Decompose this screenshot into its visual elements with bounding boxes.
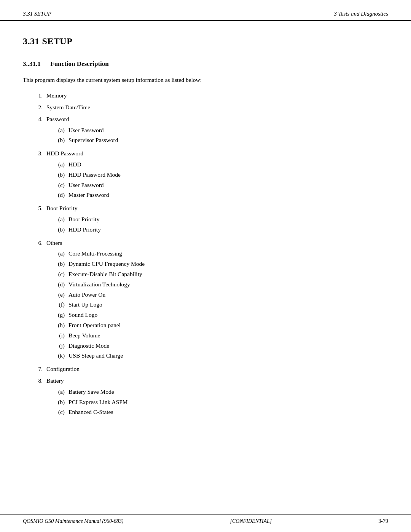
- list-number: 1.: [34, 91, 43, 101]
- list-item: 4.Password(a)User Password(b)Supervisor …: [34, 115, 388, 147]
- page-content: 3.31 SETUP 3..31.1 Function Description …: [0, 21, 411, 514]
- sub-alpha: (a): [58, 160, 65, 169]
- sub-list-item: (g)Sound Logo: [58, 310, 388, 320]
- page-container: 3.31 SETUP 3 Tests and Diagnostics 3.31 …: [0, 0, 411, 532]
- sub-alpha: (f): [58, 300, 65, 310]
- list-item-text: System Date/Time: [46, 104, 90, 110]
- sub-alpha: (b): [58, 259, 65, 269]
- sub-item-text: Auto Power On: [68, 290, 105, 300]
- sub-item-text: Master Password: [68, 190, 109, 200]
- sub-alpha: (a): [58, 249, 65, 259]
- sub-list-item: (b)PCI Express Link ASPM: [58, 398, 388, 407]
- sub-alpha: (j): [58, 341, 65, 351]
- sub-list: (a)User Password(b)Supervisor Password: [58, 126, 388, 145]
- sub-item-text: Diagnostic Mode: [68, 341, 109, 351]
- subsection-number: 3..31.1: [23, 60, 41, 67]
- sub-alpha: (d): [58, 280, 65, 289]
- list-item-content: Battery(a)Battery Save Mode(b)PCI Expres…: [46, 376, 388, 419]
- footer-center: [CONFIDENTIAL]: [230, 518, 272, 524]
- list-number: 7.: [34, 364, 43, 374]
- header-left: 3.31 SETUP: [23, 11, 51, 17]
- footer-left: QOSMIO G50 Maintenance Manual (960-683): [23, 518, 123, 524]
- sub-item-text: HDD Priority: [68, 225, 101, 235]
- list-number: 5.: [34, 204, 43, 236]
- sub-item-text: Battery Save Mode: [68, 387, 114, 397]
- list-item-text: Configuration: [46, 366, 80, 372]
- list-item: 3.HDD Password(a)HDD(b)HDD Password Mode…: [34, 149, 388, 201]
- list-item: 5.Boot Priority(a)Boot Priority(b)HDD Pr…: [34, 204, 388, 236]
- sub-item-text: Boot Priority: [68, 215, 99, 224]
- footer-right: 3-79: [378, 518, 388, 524]
- sub-alpha: (e): [58, 290, 65, 300]
- main-list: 1.Memory2.System Date/Time4.Password(a)U…: [34, 91, 388, 419]
- sub-list: (a)Battery Save Mode(b)PCI Express Link …: [58, 387, 388, 417]
- list-item: 2.System Date/Time: [34, 103, 388, 112]
- sub-list-item: (i)Beep Volume: [58, 331, 388, 340]
- sub-list: (a)Boot Priority(b)HDD Priority: [58, 215, 388, 235]
- list-item-text: Memory: [46, 92, 67, 99]
- intro-text: This program displays the current system…: [23, 75, 388, 84]
- list-number: 6.: [34, 238, 43, 363]
- list-item: 7.Configuration: [34, 364, 388, 374]
- sub-list-item: (f)Start Up Logo: [58, 300, 388, 310]
- sub-alpha: (i): [58, 331, 65, 340]
- list-item-content: Others(a)Core Multi-Processing(b)Dynamic…: [46, 238, 388, 363]
- sub-alpha: (k): [58, 351, 65, 361]
- sub-item-text: HDD Password Mode: [68, 170, 121, 180]
- sub-list: (a)HDD(b)HDD Password Mode(c)User Passwo…: [58, 160, 388, 200]
- sub-list: (a)Core Multi-Processing(b)Dynamic CPU F…: [58, 249, 388, 361]
- sub-alpha: (c): [58, 270, 65, 279]
- list-item-text: HDD Password: [46, 150, 83, 157]
- sub-item-text: Beep Volume: [68, 331, 100, 340]
- page-header: 3.31 SETUP 3 Tests and Diagnostics: [0, 0, 411, 21]
- sub-alpha: (g): [58, 310, 65, 320]
- sub-list-item: (c)Execute-Disable Bit Capability: [58, 270, 388, 279]
- sub-alpha: (c): [58, 181, 65, 190]
- sub-item-text: USB Sleep and Charge: [68, 351, 123, 361]
- sub-alpha: (c): [58, 407, 65, 417]
- sub-alpha: (a): [58, 126, 65, 135]
- sub-list-item: (d)Master Password: [58, 190, 388, 200]
- sub-list-item: (a)HDD: [58, 160, 388, 169]
- sub-alpha: (d): [58, 190, 65, 200]
- sub-list-item: (a)Core Multi-Processing: [58, 249, 388, 259]
- list-item-text: Boot Priority: [46, 205, 77, 211]
- header-right: 3 Tests and Diagnostics: [334, 11, 388, 17]
- list-item-content: HDD Password(a)HDD(b)HDD Password Mode(c…: [46, 149, 388, 201]
- sub-item-text: Dynamic CPU Frequency Mode: [68, 259, 145, 269]
- sub-item-text: User Password: [68, 181, 104, 190]
- sub-item-text: Virtualization Technology: [68, 280, 130, 289]
- list-number: 3.: [34, 149, 43, 201]
- sub-list-item: (b)HDD Priority: [58, 225, 388, 235]
- sub-item-text: PCI Express Link ASPM: [68, 398, 127, 407]
- list-item: 8.Battery(a)Battery Save Mode(b)PCI Expr…: [34, 376, 388, 419]
- list-number: 8.: [34, 376, 43, 419]
- subsection-heading: Function Description: [50, 60, 108, 67]
- sub-list-item: (b)Supervisor Password: [58, 136, 388, 145]
- sub-alpha: (b): [58, 225, 65, 235]
- list-item: 1.Memory: [34, 91, 388, 101]
- list-number: 2.: [34, 103, 43, 112]
- sub-list-item: (j)Diagnostic Mode: [58, 341, 388, 351]
- sub-list-item: (e)Auto Power On: [58, 290, 388, 300]
- list-number: 4.: [34, 115, 43, 147]
- list-item-text: Battery: [46, 377, 64, 384]
- sub-item-text: Start Up Logo: [68, 300, 102, 310]
- sub-list-item: (c)User Password: [58, 181, 388, 190]
- sub-item-text: Enhanced C-States: [68, 407, 113, 417]
- list-item-content: Boot Priority(a)Boot Priority(b)HDD Prio…: [46, 204, 388, 236]
- sub-list-item: (k)USB Sleep and Charge: [58, 351, 388, 361]
- sub-item-text: HDD: [68, 160, 81, 169]
- sub-item-text: Core Multi-Processing: [68, 249, 122, 259]
- sub-list-item: (d)Virtualization Technology: [58, 280, 388, 289]
- sub-item-text: Sound Logo: [68, 310, 97, 320]
- sub-alpha: (b): [58, 170, 65, 180]
- sub-item-text: User Password: [68, 126, 104, 135]
- section-title: 3.31 SETUP: [23, 36, 388, 46]
- subsection-title: 3..31.1 Function Description: [23, 60, 388, 68]
- sub-list-item: (b)Dynamic CPU Frequency Mode: [58, 259, 388, 269]
- sub-list-item: (a)User Password: [58, 126, 388, 135]
- sub-item-text: Supervisor Password: [68, 136, 118, 145]
- page-footer: QOSMIO G50 Maintenance Manual (960-683) …: [0, 514, 411, 532]
- list-item-content: System Date/Time: [46, 103, 388, 112]
